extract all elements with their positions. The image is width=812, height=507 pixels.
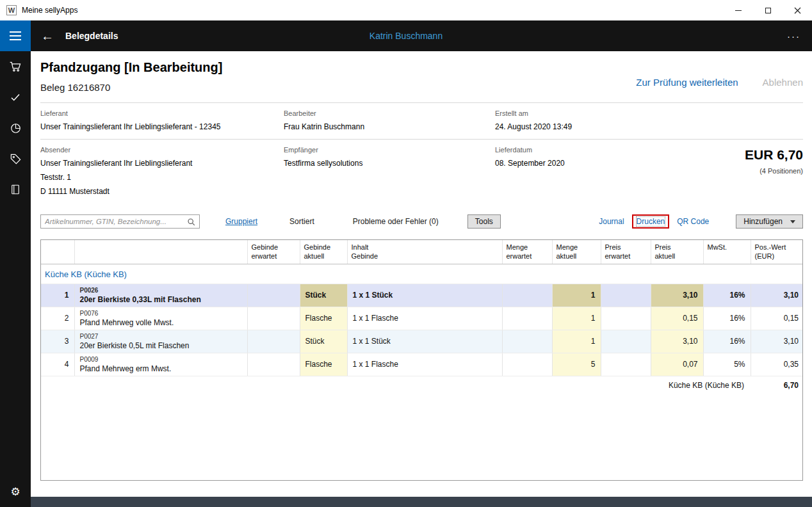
hinzufuegen-button[interactable]: Hinzufügen — [736, 214, 803, 229]
menge-aktuell-cell[interactable]: 1 — [552, 330, 601, 353]
hamburger-menu-button[interactable] — [0, 20, 31, 51]
group-total-label: Küche KB (Küche KB) — [41, 376, 751, 395]
preis-aktuell-cell[interactable]: 3,10 — [651, 284, 703, 307]
gebinde-aktuell-cell[interactable]: Flasche — [300, 307, 347, 330]
article-name: Pfand Mehrweg erm Mwst. — [80, 364, 242, 373]
col-artikel — [74, 240, 247, 264]
document-title: Pfandzugang [In Bearbeitung] — [40, 60, 222, 75]
table-header-row: Gebinde erwartet Gebinde aktuell Inhalt … — [41, 240, 803, 264]
maximize-button[interactable] — [753, 0, 783, 20]
sidebar-item-settings[interactable]: ⚙ — [0, 476, 31, 507]
pos-wert-cell: 3,10 — [751, 284, 803, 307]
toolbar: Gruppiert Sortiert Probleme oder Fehler … — [40, 214, 803, 229]
empfaenger-label: Empfänger — [284, 146, 495, 154]
lieferant-label: Lieferant — [40, 109, 284, 117]
minimize-button[interactable] — [724, 0, 753, 20]
inhalt-gebinde-cell: 1 x 1 Flasche — [347, 307, 502, 330]
search-box — [40, 214, 200, 229]
sidebar-item-prices[interactable] — [0, 143, 31, 174]
article-code: P0009 — [80, 356, 242, 363]
gebinde-aktuell-cell[interactable]: Stück — [300, 330, 347, 353]
sidebar: ⚙ — [0, 51, 31, 507]
reject-button[interactable]: Ablehnen — [763, 77, 803, 88]
pie-chart-icon — [10, 122, 22, 134]
preis-aktuell-cell[interactable]: 0,07 — [651, 353, 703, 376]
sidebar-item-cart[interactable] — [0, 51, 31, 82]
erstellt-am-label: Erstellt am — [495, 109, 803, 117]
arrow-left-icon: ← — [41, 29, 54, 43]
window-title: Meine sellyApps — [22, 6, 77, 15]
inhalt-gebinde-cell: 1 x 1 Stück — [347, 330, 502, 353]
bearbeiter-value: Frau Katrin Buschmann — [284, 122, 495, 131]
sidebar-item-statistics[interactable] — [0, 113, 31, 143]
lieferdatum-label: Lieferdatum — [495, 146, 662, 154]
table-row[interactable]: 4 P0009 Pfand Mehrweg erm Mwst. Flasche … — [41, 353, 803, 376]
article-name: 20er Bierkiste 0,33L mit Flaschen — [80, 295, 242, 304]
col-preis-erwartet: Preis erwartet — [601, 240, 651, 264]
sidebar-item-documents[interactable] — [0, 174, 31, 205]
book-icon — [10, 184, 21, 195]
mwst-cell: 16% — [703, 284, 751, 307]
col-inhalt-gebinde: Inhalt Gebinde — [347, 240, 502, 264]
tools-button[interactable]: Tools — [467, 214, 501, 229]
qr-code-link[interactable]: QR Code — [677, 217, 709, 226]
page-title: Belegdetails — [65, 31, 118, 41]
col-nr — [41, 240, 74, 264]
menge-aktuell-cell[interactable]: 1 — [552, 284, 601, 307]
article-code: P0027 — [80, 333, 242, 340]
app-header: ← Belegdetails Katrin Buschmann ··· — [0, 20, 812, 51]
bearbeiter-label: Bearbeiter — [284, 109, 495, 117]
gruppiert-toggle[interactable]: Gruppiert — [225, 217, 257, 226]
lieferant-value: Unser Trainingslieferant Ihr Lieblingsli… — [40, 122, 284, 131]
positions-table: Gebinde erwartet Gebinde aktuell Inhalt … — [40, 239, 803, 481]
group-total-row: Küche KB (Küche KB) 6,70 — [41, 376, 803, 395]
preis-aktuell-cell[interactable]: 3,10 — [651, 330, 703, 353]
menge-aktuell-cell[interactable]: 5 — [552, 353, 601, 376]
address-section: Absender Unser Trainingslieferant Ihr Li… — [40, 140, 803, 205]
pos-wert-cell: 3,10 — [751, 330, 803, 353]
search-input[interactable] — [45, 218, 187, 225]
gear-icon: ⚙ — [10, 485, 20, 498]
journal-link[interactable]: Journal — [599, 217, 624, 226]
table-row[interactable]: 2 P0076 Pfand Mehrweg volle Mwst. Flasch… — [41, 307, 803, 330]
hamburger-icon — [10, 31, 21, 33]
col-preis-aktuell: Preis aktuell — [651, 240, 703, 264]
group-label: Küche KB (Küche KB) — [41, 264, 803, 284]
user-name[interactable]: Katrin Buschmann — [0, 31, 812, 41]
magnifier-icon — [187, 218, 195, 226]
total-amount: EUR 6,70 — [662, 147, 803, 163]
more-options-button[interactable]: ··· — [787, 31, 800, 42]
forward-for-review-button[interactable]: Zur Prüfung weiterleiten — [636, 77, 738, 88]
document-number: Beleg 16216870 — [40, 82, 222, 93]
absender-line: Teststr. 1 — [40, 173, 284, 182]
col-gebinde-aktuell: Gebinde aktuell — [300, 240, 347, 264]
col-pos-wert: Pos.-Wert (EUR) — [751, 240, 803, 264]
pos-wert-cell: 0,15 — [751, 307, 803, 330]
preis-aktuell-cell[interactable]: 0,15 — [651, 307, 703, 330]
article-code: P0026 — [80, 287, 242, 294]
gebinde-aktuell-cell[interactable]: Stück — [300, 284, 347, 307]
maximize-icon — [765, 8, 771, 13]
absender-label: Absender — [40, 146, 284, 154]
inhalt-gebinde-cell: 1 x 1 Stück — [347, 284, 502, 307]
erstellt-am-value: 24. August 2020 13:49 — [495, 122, 803, 131]
table-row[interactable]: 3 P0027 20er Bierkiste 0,5L mit Flaschen… — [41, 330, 803, 353]
article-name: Pfand Mehrweg volle Mwst. — [80, 318, 242, 327]
menge-aktuell-cell[interactable]: 1 — [552, 307, 601, 330]
close-button[interactable] — [783, 0, 812, 20]
gebinde-aktuell-cell[interactable]: Flasche — [300, 353, 347, 376]
group-total-value: 6,70 — [751, 376, 803, 395]
col-mwst: MwSt. — [703, 240, 751, 264]
article-name: 20er Bierkiste 0,5L mit Flaschen — [80, 341, 242, 350]
drucken-link[interactable]: Drucken — [637, 217, 665, 226]
probleme-filter[interactable]: Probleme oder Fehler (0) — [353, 217, 439, 226]
sortiert-toggle[interactable]: Sortiert — [289, 217, 314, 226]
absender-line: D 11111 Musterstadt — [40, 187, 284, 196]
inhalt-gebinde-cell: 1 x 1 Flasche — [347, 353, 502, 376]
sidebar-item-tasks[interactable] — [0, 82, 31, 113]
back-button[interactable]: ← — [41, 29, 54, 42]
empfaenger-value: Testfirma sellysolutions — [284, 159, 495, 168]
table-row[interactable]: 1 P0026 20er Bierkiste 0,33L mit Flasche… — [41, 284, 803, 307]
price-tag-icon — [10, 153, 22, 165]
article-code: P0076 — [80, 310, 242, 317]
